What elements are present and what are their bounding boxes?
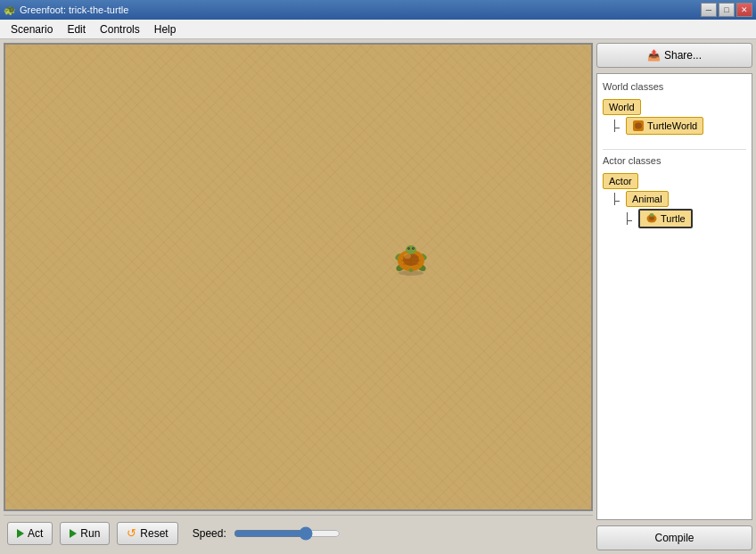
svg-point-22 — [650, 213, 654, 217]
actor-class-node[interactable]: Actor — [603, 173, 638, 189]
animal-class-row: Animal — [603, 191, 746, 207]
animal-class-node[interactable]: Animal — [626, 191, 669, 207]
canvas-area: Act Run ↺ Reset Speed: — [4, 43, 593, 550]
turtle-class-row: Turtle — [603, 209, 746, 228]
maximize-button[interactable]: □ — [719, 3, 735, 17]
svg-point-16 — [413, 248, 414, 249]
turtle-class-icon — [645, 212, 658, 225]
animal-indent: Animal — [612, 191, 669, 207]
reset-icon: ↺ — [127, 526, 136, 540]
world-class-hierarchy: World TurtleWorld — [603, 97, 746, 136]
svg-point-12 — [406, 245, 416, 254]
turtle-indent: Turtle — [624, 209, 693, 228]
svg-point-17 — [409, 269, 414, 272]
actor-classes-label: Actor classes — [603, 155, 746, 166]
right-panel: 📤 Share... World classes World — [596, 43, 752, 550]
svg-point-14 — [412, 247, 414, 249]
world-class-node[interactable]: World — [603, 99, 641, 115]
turtleworld-icon — [632, 120, 645, 132]
window-title: Greenfoot: trick-the-turtle — [20, 4, 128, 15]
close-button[interactable]: ✕ — [736, 3, 752, 17]
animal-tree-arrow — [612, 193, 624, 205]
share-icon: 📤 — [647, 49, 661, 62]
share-button[interactable]: 📤 Share... — [596, 43, 752, 68]
turtleworld-class-row: TurtleWorld — [603, 117, 746, 135]
main-area: Act Run ↺ Reset Speed: 📤 Share... World … — [0, 39, 756, 554]
turtleworld-indent: TurtleWorld — [612, 117, 703, 135]
controls-bar: Act Run ↺ Reset Speed: — [4, 515, 593, 550]
actor-class-row: Actor — [603, 173, 746, 189]
speed-label: Speed: — [193, 527, 226, 540]
speed-slider[interactable] — [234, 526, 341, 541]
world-classes-label: World classes — [603, 81, 746, 92]
title-bar-left: 🐢 Greenfoot: trick-the-turtle — [4, 4, 128, 16]
app-icon: 🐢 — [4, 4, 16, 16]
run-play-icon — [70, 529, 77, 538]
turtle-tree-arrow — [624, 212, 637, 225]
turtleworld-class-node[interactable]: TurtleWorld — [626, 117, 703, 135]
svg-point-15 — [408, 248, 409, 249]
menu-controls[interactable]: Controls — [93, 21, 147, 37]
actor-class-hierarchy: Actor Animal — [603, 171, 746, 230]
title-bar-buttons: ─ □ ✕ — [701, 3, 752, 17]
reset-button[interactable]: ↺ Reset — [117, 522, 177, 545]
svg-point-19 — [635, 123, 642, 129]
classes-area: World classes World — [596, 73, 752, 520]
act-play-icon — [17, 529, 24, 538]
menu-scenario[interactable]: Scenario — [4, 21, 60, 37]
title-bar: 🐢 Greenfoot: trick-the-turtle ─ □ ✕ — [0, 0, 756, 20]
menu-bar: Scenario Edit Controls Help — [0, 20, 756, 39]
minimize-button[interactable]: ─ — [701, 3, 717, 17]
turtleworld-tree-arrow — [612, 120, 624, 132]
world-canvas — [4, 43, 593, 511]
menu-edit[interactable]: Edit — [60, 21, 93, 37]
menu-help[interactable]: Help — [147, 21, 184, 37]
compile-button[interactable]: Compile — [596, 525, 752, 550]
svg-point-13 — [407, 247, 409, 249]
act-button[interactable]: Act — [7, 522, 53, 545]
svg-point-11 — [404, 253, 411, 259]
world-class-row: World — [603, 99, 746, 115]
section-divider — [603, 149, 746, 150]
run-button[interactable]: Run — [60, 522, 110, 545]
turtle-class-node[interactable]: Turtle — [638, 209, 693, 228]
turtle-sprite — [389, 241, 433, 277]
